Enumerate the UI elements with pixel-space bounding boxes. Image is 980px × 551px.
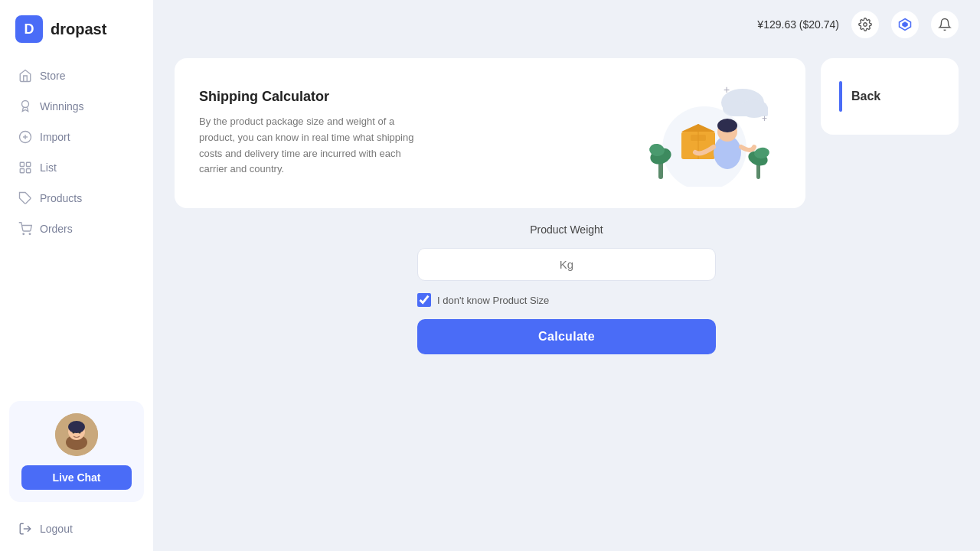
svg-rect-7 xyxy=(27,169,31,173)
app-name: dropast xyxy=(51,21,106,38)
bell-icon xyxy=(938,18,952,31)
svg-rect-5 xyxy=(27,162,31,166)
svg-text:+: + xyxy=(762,113,767,124)
shipping-title: Shipping Calculator xyxy=(199,89,429,105)
dont-know-label: I don't know Product Size xyxy=(437,295,549,306)
nav-menu: Store Winnings Import xyxy=(0,61,153,392)
header: ¥129.63 ($20.74) xyxy=(153,0,980,49)
logout-label: Logout xyxy=(40,523,73,535)
live-chat-area: Live Chat xyxy=(9,401,144,502)
svg-text:+: + xyxy=(724,83,730,96)
logout-area[interactable]: Logout xyxy=(0,511,153,551)
sidebar-item-import[interactable]: Import xyxy=(9,122,144,152)
svg-rect-6 xyxy=(20,169,24,173)
sidebar-item-products[interactable]: Products xyxy=(9,184,144,213)
sidebar-item-list[interactable]: List xyxy=(9,153,144,182)
balance-display: ¥129.63 ($20.74) xyxy=(757,18,839,31)
chat-avatar xyxy=(55,413,98,456)
import-icon xyxy=(18,130,32,144)
svg-point-0 xyxy=(22,101,29,108)
svg-point-9 xyxy=(23,233,24,235)
svg-point-18 xyxy=(864,23,867,27)
sidebar: D dropast Store Winnings I xyxy=(0,0,153,551)
winnings-icon xyxy=(18,99,32,113)
logo-icon: D xyxy=(15,15,43,43)
shipping-illustration: + + xyxy=(628,80,781,187)
calculate-button[interactable]: Calculate xyxy=(417,319,716,354)
gear-icon xyxy=(858,18,872,31)
weight-input[interactable] xyxy=(417,248,716,281)
dont-know-checkbox[interactable] xyxy=(417,293,431,307)
settings-button[interactable] xyxy=(851,11,879,38)
logout-icon xyxy=(18,522,32,536)
svg-point-14 xyxy=(68,421,85,433)
svg-point-16 xyxy=(79,432,81,434)
shipping-card: Shipping Calculator By the product packa… xyxy=(175,58,805,208)
svg-marker-20 xyxy=(902,21,908,28)
notifications-button[interactable] xyxy=(931,11,959,38)
sidebar-item-store[interactable]: Store xyxy=(9,61,144,90)
avatar-image xyxy=(55,413,98,456)
svg-rect-32 xyxy=(691,135,706,141)
checkbox-row: I don't know Product Size xyxy=(417,293,549,307)
dropast-icon xyxy=(898,18,912,31)
sidebar-item-orders[interactable]: Orders xyxy=(9,214,144,243)
content-area: Shipping Calculator By the product packa… xyxy=(175,58,959,208)
main-content: Shipping Calculator By the product packa… xyxy=(153,0,980,551)
svg-point-15 xyxy=(73,432,75,434)
logo-area: D dropast xyxy=(0,0,153,61)
shipping-description: By the product package size and weight o… xyxy=(199,114,429,178)
back-label: Back xyxy=(851,90,880,103)
svg-point-35 xyxy=(717,119,737,132)
sidebar-item-winnings[interactable]: Winnings xyxy=(9,92,144,121)
shipping-text: Shipping Calculator By the product packa… xyxy=(199,89,429,178)
back-card[interactable]: Back xyxy=(821,58,959,135)
live-chat-button[interactable]: Live Chat xyxy=(21,465,132,490)
svg-rect-4 xyxy=(20,162,24,166)
back-border xyxy=(839,81,842,112)
weight-label: Product Weight xyxy=(530,223,603,236)
calculator-form: Product Weight I don't know Product Size… xyxy=(175,223,959,354)
orders-icon xyxy=(18,222,32,236)
products-icon xyxy=(18,191,32,205)
store-icon xyxy=(18,69,32,83)
logo-header-button[interactable] xyxy=(891,11,919,38)
svg-point-10 xyxy=(29,233,31,235)
list-icon xyxy=(18,161,32,174)
